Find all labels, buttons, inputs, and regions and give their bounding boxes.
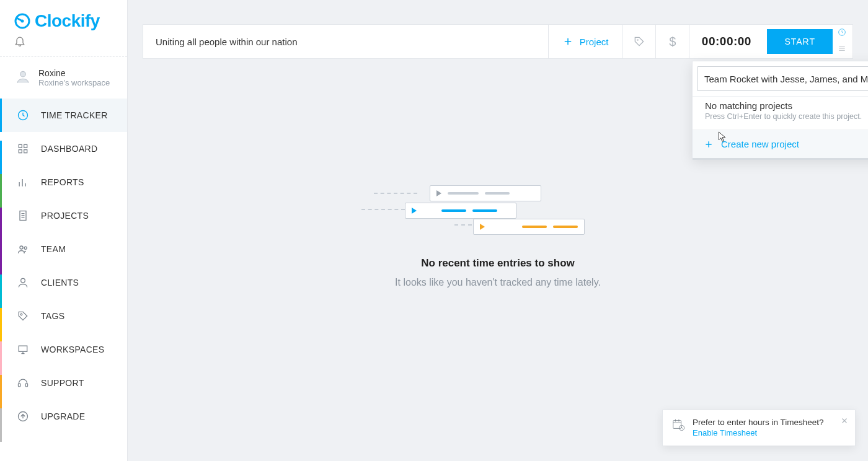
svg-rect-5 (24, 144, 27, 147)
manual-mode-icon[interactable] (837, 43, 847, 56)
document-icon (16, 209, 30, 222)
banner-title: Prefer to enter hours in Timesheet? (693, 418, 824, 427)
svg-point-2 (20, 71, 26, 77)
headset-icon (16, 377, 30, 389)
svg-rect-13 (19, 346, 27, 351)
upload-icon (16, 410, 30, 423)
bar-chart-icon (16, 176, 30, 188)
tracker-bar: Project $ 00:00:00 START (143, 24, 853, 59)
logo-text: Clockify (35, 11, 100, 31)
timer-mode-icon[interactable] (837, 27, 847, 40)
plus-icon (704, 139, 714, 149)
no-match-hint: Press Ctrl+Enter to quickly create this … (705, 112, 868, 121)
empty-subtitle: It looks like you haven't tracked any ti… (380, 277, 616, 288)
main: Project $ 00:00:00 START No matching pro… (128, 0, 868, 461)
svg-rect-4 (19, 144, 22, 147)
nav-reports[interactable]: REPORTS (0, 165, 127, 199)
logo-icon (14, 12, 31, 30)
svg-rect-14 (19, 384, 20, 387)
nav-clients[interactable]: CLIENTS (0, 266, 127, 299)
svg-point-9 (20, 246, 23, 249)
sidebar-header: Clockify (0, 0, 127, 57)
start-button[interactable]: START (767, 29, 833, 54)
empty-state: No recent time entries to show It looks … (380, 189, 616, 288)
billable-button[interactable]: $ (655, 25, 689, 58)
empty-illustration (380, 189, 616, 239)
nav-team[interactable]: TEAM (0, 232, 127, 266)
nav-dashboard[interactable]: DASHBOARD (0, 132, 127, 165)
svg-rect-6 (19, 150, 22, 153)
person-icon (16, 276, 30, 289)
no-match-title: No matching projects (705, 100, 868, 111)
nav-upgrade[interactable]: UPGRADE (0, 400, 127, 433)
mode-toggle[interactable] (836, 27, 852, 56)
svg-rect-19 (673, 421, 681, 429)
project-button[interactable]: Project (548, 25, 622, 58)
create-new-project[interactable]: Create new project (693, 130, 868, 158)
user-workspace: Roxine's workspace (38, 78, 110, 87)
sidebar: Clockify Roxine Roxine's workspace TIME … (0, 0, 128, 461)
nav-projects[interactable]: PROJECTS (0, 199, 127, 232)
timesheet-banner: Prefer to enter hours in Timesheet? Enab… (662, 410, 856, 446)
nav-workspaces[interactable]: WORKSPACES (0, 333, 127, 366)
svg-point-12 (20, 314, 22, 315)
no-match-block: No matching projects Press Ctrl+Enter to… (693, 96, 868, 130)
team-icon (16, 243, 30, 255)
svg-point-1 (21, 20, 24, 23)
avatar-icon (15, 69, 31, 87)
clock-icon (16, 109, 30, 121)
close-banner-icon[interactable] (840, 416, 849, 428)
timer-display[interactable]: 00:00:00 (689, 25, 763, 58)
logo[interactable]: Clockify (14, 11, 113, 31)
svg-rect-15 (25, 384, 27, 387)
calendar-clock-icon (671, 418, 685, 434)
bell-icon[interactable] (14, 38, 26, 49)
project-button-label: Project (580, 37, 609, 47)
description-input[interactable] (143, 37, 548, 47)
monitor-icon (16, 343, 30, 356)
svg-point-10 (24, 247, 27, 249)
plus-icon (562, 36, 574, 47)
user-name: Roxine (38, 68, 110, 78)
tag-icon (16, 310, 30, 322)
enable-timesheet-link[interactable]: Enable Timesheet (693, 428, 757, 437)
svg-point-11 (21, 278, 25, 283)
grid-icon (16, 143, 30, 155)
tag-icon (633, 35, 645, 48)
nav-support[interactable]: SUPPORT (0, 366, 127, 400)
svg-point-17 (637, 40, 638, 41)
nav-list: TIME TRACKER DASHBOARD REPORTS PROJECTS … (0, 99, 127, 433)
svg-rect-7 (24, 150, 27, 153)
dollar-icon: $ (669, 35, 676, 49)
tag-button[interactable] (622, 25, 655, 58)
project-search-input[interactable] (704, 74, 868, 84)
empty-title: No recent time entries to show (380, 257, 616, 270)
user-block[interactable]: Roxine Roxine's workspace (0, 57, 127, 99)
nav-time-tracker[interactable]: TIME TRACKER (0, 99, 127, 132)
nav-tags[interactable]: TAGS (0, 299, 127, 333)
project-dropdown: No matching projects Press Ctrl+Enter to… (692, 61, 868, 159)
create-project-label: Create new project (721, 139, 799, 149)
